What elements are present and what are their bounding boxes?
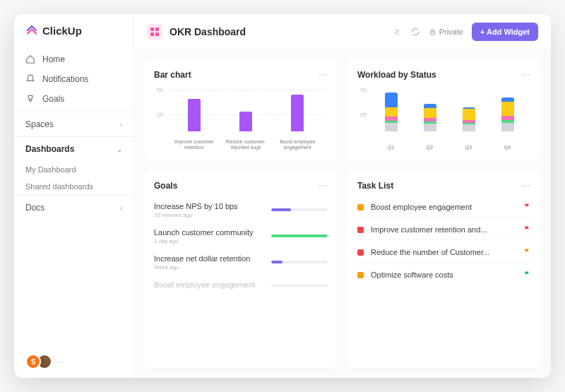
chevron-right-icon: › (120, 121, 122, 129)
sidebar-item-my-dashboard[interactable]: My Dashboard (14, 161, 133, 178)
x-labels: Q1Q2Q3Q4 (371, 145, 527, 150)
y-tick: 25 (360, 111, 367, 117)
task-name: Optimize software costs (371, 271, 523, 279)
x-label: Q2 (420, 145, 441, 150)
sidebar-section-dashboards[interactable]: Dashboards ⌄ (14, 136, 133, 161)
task-row[interactable]: Boost employee engagement (357, 198, 531, 218)
card-menu-icon[interactable]: ⋯ (319, 70, 328, 80)
task-row[interactable]: Optimize software costs (357, 266, 531, 285)
bar-segment (385, 123, 398, 131)
bar (239, 112, 252, 131)
main-nav: Home Notifications Goals (14, 47, 133, 112)
bar-segment (424, 108, 436, 119)
progress-fill (271, 208, 291, 211)
task-name: Improve customer retention and... (371, 225, 523, 234)
bar (291, 95, 304, 131)
refresh-icon[interactable] (410, 27, 420, 37)
goal-time: Week ago (154, 264, 264, 271)
bar-chart: 2550Improve customer retentionReduce cus… (154, 87, 328, 151)
section-label: Dashboards (25, 144, 74, 154)
section-label: Docs (25, 203, 44, 213)
main-area: OKR Dashboard Private + Add Widget Bar c… (134, 14, 551, 378)
card-title: Workload by Status (357, 70, 436, 80)
flag-icon[interactable] (523, 271, 531, 280)
brand-logo[interactable]: ClickUp (14, 14, 133, 47)
goal-name: Boost employee engagement (154, 280, 264, 289)
svg-rect-0 (150, 28, 154, 31)
goal-row[interactable]: Boost employee engagement (154, 276, 328, 295)
brand-name: ClickUp (42, 25, 82, 37)
status-square-icon (357, 204, 364, 210)
task-name: Reduce the number of Customer... (371, 248, 523, 256)
goal-text: Boost employee engagement (154, 280, 264, 290)
flag-icon[interactable] (523, 248, 531, 257)
status-square-icon (357, 249, 364, 256)
x-label: Q4 (497, 145, 518, 150)
goals-card: Goals ⋯ Increase NPS by 10 bps10 minutes… (144, 171, 338, 369)
svg-rect-2 (150, 32, 154, 36)
flag-icon[interactable] (523, 203, 531, 212)
nav-label: Goals (42, 94, 64, 104)
progress-fill (271, 234, 328, 237)
chevron-down-icon: ⌄ (117, 145, 122, 153)
app-window: ClickUp Home Notifications Goals Spaces … (14, 14, 551, 378)
bar-segment (463, 124, 475, 131)
nav-label: Home (42, 54, 65, 64)
goal-text: Launch customer community1 day ago (154, 228, 264, 244)
avatar[interactable] (25, 354, 41, 369)
topbar: OKR Dashboard Private + Add Widget (134, 14, 551, 50)
card-menu-icon[interactable]: ⋯ (522, 181, 531, 191)
nav-label: Notifications (42, 74, 88, 84)
expand-icon[interactable] (392, 27, 402, 37)
goal-text: Increase net dollar retentionWeek ago (154, 254, 264, 271)
goal-name: Increase NPS by 10 bps (154, 202, 264, 210)
svg-rect-4 (430, 32, 434, 35)
progress-bar (271, 284, 328, 287)
private-label: Private (439, 28, 463, 36)
bar-area (168, 91, 323, 131)
goal-row[interactable]: Increase NPS by 10 bps10 minutes ago (154, 198, 328, 222)
add-widget-button[interactable]: + Add Widget (472, 23, 538, 41)
x-label: Boost employee engagement (276, 139, 319, 151)
goal-name: Launch customer community (154, 228, 264, 237)
x-label: Q1 (381, 145, 402, 150)
task-row[interactable]: Improve customer retention and... (357, 220, 531, 240)
goal-row[interactable]: Increase net dollar retentionWeek ago (154, 250, 328, 275)
progress-bar (271, 261, 328, 263)
nav-item-goals[interactable]: Goals (14, 89, 133, 109)
progress-fill (271, 261, 282, 263)
bar (188, 99, 201, 131)
card-menu-icon[interactable]: ⋯ (319, 181, 328, 191)
trophy-icon (25, 94, 35, 104)
topbar-actions: Private + Add Widget (392, 23, 538, 41)
section-label: Spaces (25, 119, 54, 129)
flag-icon[interactable] (523, 225, 531, 234)
bell-icon (25, 74, 35, 84)
bar-segment (385, 107, 398, 117)
goal-row[interactable]: Launch customer community1 day ago (154, 224, 328, 249)
lock-icon (429, 28, 436, 36)
clickup-logo-icon (25, 24, 38, 37)
stacked-area (371, 91, 527, 131)
bar-segment (385, 93, 398, 107)
private-toggle[interactable]: Private (429, 28, 463, 36)
task-row[interactable]: Reduce the number of Customer... (357, 243, 531, 263)
task-list: Boost employee engagementImprove custome… (357, 198, 531, 285)
x-label: Q3 (458, 145, 480, 150)
y-tick: 25 (157, 111, 163, 117)
task-name: Boost employee engagement (371, 203, 523, 211)
sidebar-section-docs[interactable]: Docs › (14, 195, 133, 220)
svg-rect-1 (155, 28, 159, 31)
card-title: Goals (154, 181, 177, 191)
task-list-card: Task List ⋯ Boost employee engagementImp… (347, 171, 541, 369)
stacked-bar (385, 93, 398, 131)
sidebar-section-spaces[interactable]: Spaces › (14, 112, 133, 136)
sidebar-item-shared-dashboards[interactable]: Shared dashboards (14, 178, 133, 195)
home-icon (25, 54, 35, 64)
nav-item-home[interactable]: Home (14, 49, 133, 69)
card-menu-icon[interactable]: ⋯ (522, 70, 531, 80)
dashboard-icon (147, 24, 162, 40)
more-icon[interactable]: ⋯ (56, 358, 64, 366)
nav-item-notifications[interactable]: Notifications (14, 69, 133, 89)
y-tick: 50 (360, 86, 367, 93)
